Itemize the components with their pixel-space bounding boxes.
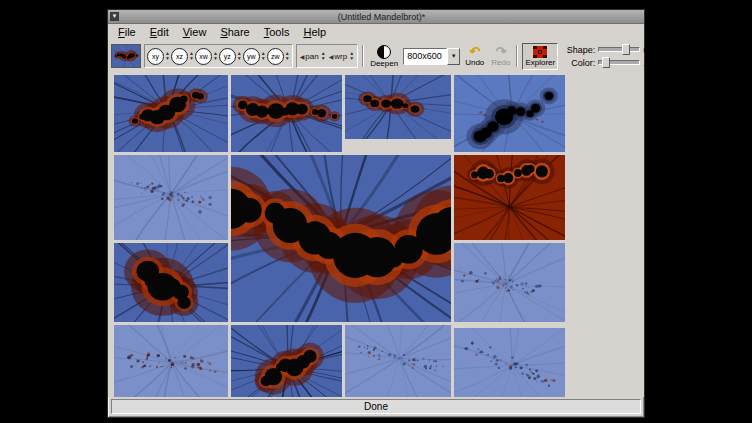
mutation-thumbnail[interactable]: [114, 243, 228, 322]
explorer-icon: [533, 46, 547, 58]
rotate-zw-label: zw: [267, 48, 284, 65]
rotate-yz-label: yz: [219, 48, 236, 65]
shape-slider-thumb[interactable]: [622, 44, 630, 55]
mutation-sliders: Shape: 61.3 Color: 11.8: [561, 45, 669, 68]
rotate-yz-button[interactable]: yz ▲▼: [219, 48, 242, 65]
shape-slider-label: Shape:: [561, 45, 595, 55]
resolution-value[interactable]: 800x600: [403, 48, 447, 65]
app-window: ▼ (Untitled Mandelbrot)* File Edit View …: [107, 9, 645, 418]
redo-label: Redo: [491, 58, 510, 67]
mutation-thumbnail[interactable]: [454, 328, 565, 397]
fractal-preview[interactable]: [111, 44, 141, 68]
mutation-thumbnail[interactable]: [345, 75, 451, 139]
toolbar: xy ▲▼ xz ▲▼ xw ▲▼ yz ▲▼ yw ▲▼: [108, 40, 644, 72]
explorer-toggle-button[interactable]: Explorer: [522, 43, 558, 70]
deepen-icon: [377, 45, 391, 59]
rotate-xw-label: xw: [195, 48, 212, 65]
rotate-xz-button[interactable]: xz ▲▼: [171, 48, 194, 65]
status-text: Done: [364, 401, 388, 412]
mutation-thumbnail[interactable]: [114, 155, 228, 240]
rotation-group: xy ▲▼ xz ▲▼ xw ▲▼ yz ▲▼ yw ▲▼: [144, 44, 293, 68]
mutation-thumbnail[interactable]: [454, 243, 565, 322]
left-arrow-icon: ◀: [329, 53, 334, 60]
shape-slider[interactable]: [598, 47, 640, 52]
mutation-thumbnail[interactable]: [454, 75, 565, 152]
combo-arrow-icon[interactable]: ▼: [447, 48, 460, 65]
menubar: File Edit View Share Tools Help: [108, 24, 644, 40]
rotate-xy-label: xy: [147, 48, 164, 65]
undo-button[interactable]: ↶ Undo: [463, 43, 486, 70]
menu-view[interactable]: View: [177, 25, 213, 39]
mutation-thumbnail[interactable]: [231, 325, 342, 397]
pan-label: pan: [305, 52, 318, 61]
desktop-background: ▼ (Untitled Mandelbrot)* File Edit View …: [0, 0, 752, 423]
left-arrow-icon: ◀: [300, 53, 305, 60]
mutation-thumbnail[interactable]: [114, 325, 228, 397]
toolbar-separator: [362, 45, 364, 67]
menu-share[interactable]: Share: [214, 25, 255, 39]
rotate-xz-label: xz: [171, 48, 188, 65]
color-slider-thumb[interactable]: [602, 57, 610, 68]
color-slider-value: 11.8: [643, 58, 667, 68]
main-fractal-view[interactable]: [231, 155, 451, 322]
statusbar: Done: [108, 397, 644, 417]
window-title: (Untitled Mandelbrot)*: [119, 12, 644, 22]
color-slider[interactable]: [598, 60, 640, 65]
menu-help[interactable]: Help: [297, 25, 332, 39]
resolution-combo[interactable]: 800x600 ▼: [403, 47, 460, 66]
redo-button[interactable]: ↷ Redo: [489, 43, 512, 70]
rotate-xy-button[interactable]: xy ▲▼: [147, 48, 170, 65]
spin-arrows-icon[interactable]: ▲▼: [237, 51, 242, 61]
undo-icon: ↶: [469, 45, 480, 58]
rotate-zw-button[interactable]: zw ▲▼: [267, 48, 290, 65]
explorer-grid-area: [108, 72, 644, 397]
redo-icon: ↷: [495, 45, 506, 58]
menu-tools[interactable]: Tools: [258, 25, 296, 39]
spin-arrows-icon[interactable]: ▲▼: [261, 51, 266, 61]
rotate-yw-button[interactable]: yw ▲▼: [243, 48, 266, 65]
pan-control[interactable]: ◀ pan ▲▼: [299, 51, 327, 61]
rotate-yw-label: yw: [243, 48, 260, 65]
spin-arrows-icon[interactable]: ▲▼: [189, 51, 194, 61]
shape-slider-value: 61.3: [643, 45, 667, 55]
deepen-button[interactable]: Deepen: [368, 43, 400, 70]
menu-edit[interactable]: Edit: [144, 25, 175, 39]
status-progress: Done: [111, 399, 641, 414]
titlebar[interactable]: ▼ (Untitled Mandelbrot)*: [108, 10, 644, 24]
spin-arrows-icon[interactable]: ▲▼: [213, 51, 218, 61]
warp-label: wrp: [334, 52, 347, 61]
window-menu-icon[interactable]: ▼: [110, 12, 119, 21]
toolbar-separator: [516, 45, 518, 67]
undo-label: Undo: [465, 58, 484, 67]
menu-file[interactable]: File: [112, 25, 142, 39]
rotate-xw-button[interactable]: xw ▲▼: [195, 48, 218, 65]
explorer-label: Explorer: [525, 58, 555, 67]
explorer-grid: [108, 72, 644, 397]
mutation-thumbnail[interactable]: [454, 155, 565, 240]
mutation-thumbnail[interactable]: [345, 325, 451, 397]
deepen-label: Deepen: [370, 59, 398, 68]
spin-arrows-icon: ▲▼: [349, 51, 354, 61]
warp-control[interactable]: ◀ wrp ▲▼: [328, 51, 355, 61]
spin-arrows-icon: ▲▼: [321, 51, 326, 61]
pan-warp-group: ◀ pan ▲▼ ◀ wrp ▲▼: [296, 44, 358, 68]
mutation-thumbnail[interactable]: [231, 75, 342, 152]
spin-arrows-icon[interactable]: ▲▼: [285, 51, 290, 61]
mutation-thumbnail[interactable]: [114, 75, 228, 152]
spin-arrows-icon[interactable]: ▲▼: [165, 51, 170, 61]
color-slider-label: Color:: [561, 58, 595, 68]
